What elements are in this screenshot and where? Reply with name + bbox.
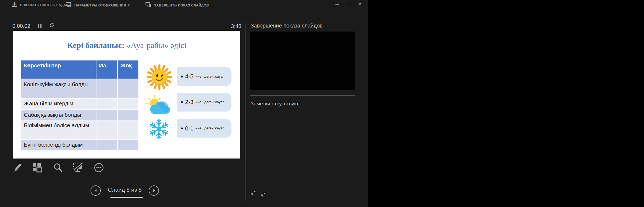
- show-taskbar-label: ПОКАЗАТЬ ПАНЕЛЬ ЗАДАЧ: [20, 3, 68, 7]
- timer-controls: 0:00:02: [12, 23, 54, 29]
- display-options-label: ПАРАМЕТРЫ ОТОБРАЖЕНИЯ ▼: [74, 4, 130, 7]
- snowflake-icon: [148, 118, 170, 140]
- slide-counter: Слайд 8 из 8: [101, 187, 149, 193]
- bullet-icon: [181, 75, 183, 77]
- previous-slide-button[interactable]: [91, 185, 101, 196]
- presenter-view-window: ПОКАЗАТЬ ПАНЕЛЬ ЗАДАЧ: [0, 0, 368, 207]
- next-slide-title: Завершение показа слайдов: [251, 23, 323, 29]
- slide-title: Кері байланыс: «Ауа-райы» әдісі: [13, 40, 240, 50]
- black-screen-icon: [72, 162, 84, 173]
- current-slide-preview: Кері байланыс: «Ауа-райы» әдісі Көрсеткі…: [13, 31, 240, 158]
- slide: Кері байланыс: «Ауа-райы» әдісі Көрсеткі…: [13, 31, 240, 158]
- sun-icon: [146, 64, 172, 90]
- legend-item: 0-1 «иә» деген жауап: [177, 119, 232, 138]
- minimize-button[interactable]: [334, 1, 341, 7]
- table-row: Көңіл-күйім жақсы болды: [21, 79, 139, 98]
- black-screen-button[interactable]: [72, 161, 85, 174]
- notes-empty-text: Заметки отсутствуют.: [251, 101, 301, 107]
- screen: ПОКАЗАТЬ ПАНЕЛЬ ЗАДАЧ: [0, 0, 644, 207]
- legend-caption: «иә» деген жауап: [195, 126, 224, 130]
- table-header-row: Көрсеткіштер Иә Жоқ: [21, 60, 139, 79]
- restore-button[interactable]: [345, 1, 352, 7]
- display-settings-icon: [66, 2, 72, 9]
- restart-icon: [49, 23, 54, 28]
- clock-time: 3:43: [226, 23, 241, 29]
- minimize-icon: [335, 4, 339, 5]
- feedback-table: Көрсеткіштер Иә Жоқ Көңіл-күйім жақсы бо…: [21, 60, 139, 150]
- caret-up-icon: [254, 191, 256, 192]
- show-taskbar-button[interactable]: ПОКАЗАТЬ ПАНЕЛЬ ЗАДАЧ: [12, 2, 68, 8]
- legend-caption: «иә» деген жауап: [195, 74, 224, 78]
- taskbar-icon: [12, 2, 17, 8]
- restart-timer-button[interactable]: [49, 23, 54, 29]
- slideshow-monitor: Кері байланыс: «Ауа-райы» әдісі Көрсеткі…: [368, 0, 644, 207]
- table-row: Біліміммен бөлісе алдым: [21, 120, 139, 139]
- zoom-tool-button[interactable]: [52, 161, 64, 174]
- display-options-button[interactable]: ПАРАМЕТРЫ ОТОБРАЖЕНИЯ ▼: [66, 2, 130, 9]
- legend-caption: «иә» деген жауап: [195, 100, 224, 104]
- pause-icon: [38, 24, 39, 28]
- notes-divider: [250, 95, 355, 96]
- pause-timer-button[interactable]: [37, 23, 42, 29]
- slide-navigation: Слайд 8 из 8: [91, 185, 163, 201]
- legend-value: 4-5: [185, 73, 193, 80]
- sun-cloud-icon: [146, 95, 171, 116]
- table-row: Бүгін белсенді болдым: [21, 140, 139, 150]
- restore-icon: [347, 3, 350, 6]
- end-slideshow-label: ЗАВЕРШИТЬ ПОКАЗ СЛАЙДОВ: [154, 4, 209, 7]
- bullet-icon: [181, 101, 183, 103]
- next-arrow-icon: [152, 189, 156, 192]
- table-row: Сабақ қызықты болды: [21, 110, 139, 120]
- legend-item: 4-5 «иә» деген жауап: [177, 67, 232, 86]
- table-header: Жоқ: [118, 60, 139, 79]
- end-show-icon: [146, 2, 151, 9]
- ellipsis-icon: [94, 162, 104, 173]
- prev-arrow-icon: [94, 189, 98, 192]
- close-icon: ✕: [358, 2, 362, 7]
- bullet-icon: [181, 127, 183, 129]
- table-header: Көрсеткіштер: [21, 60, 96, 79]
- legend-item: 2-3 «иә» деген жауап: [177, 93, 232, 111]
- close-button[interactable]: ✕: [356, 1, 363, 7]
- increase-font-button[interactable]: A: [250, 191, 255, 198]
- presenter-toolbar: ПОКАЗАТЬ ПАНЕЛЬ ЗАДАЧ: [0, 0, 368, 10]
- panel-divider: [245, 23, 246, 201]
- elapsed-time: 0:00:02: [12, 23, 30, 29]
- annotation-toolbar: [11, 161, 105, 174]
- pen-icon: [11, 162, 23, 173]
- caret-down-icon: [263, 193, 265, 194]
- end-slideshow-button[interactable]: ЗАВЕРШИТЬ ПОКАЗ СЛАЙДОВ: [146, 2, 209, 9]
- slides-grid-icon: [32, 162, 43, 173]
- magnifier-icon: [53, 162, 63, 173]
- more-options-button[interactable]: [93, 161, 105, 174]
- next-slide-thumbnail[interactable]: [250, 32, 355, 90]
- window-controls: ✕: [334, 1, 363, 8]
- table-row: Жаңа білім игердім: [21, 99, 139, 109]
- slide-progress-underline: [110, 197, 143, 198]
- legend-value: 2-3: [185, 99, 193, 106]
- legend-value: 0-1: [185, 125, 193, 132]
- decrease-font-button[interactable]: A: [260, 192, 265, 198]
- see-all-slides-button[interactable]: [31, 161, 44, 174]
- table-header: Иә: [96, 60, 117, 79]
- next-slide-button[interactable]: [149, 185, 159, 196]
- pen-tool-button[interactable]: [11, 161, 23, 174]
- notes-font-controls: A A: [250, 191, 265, 198]
